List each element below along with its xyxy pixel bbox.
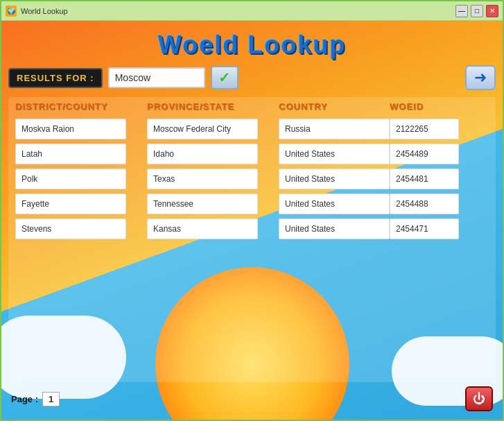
header-country: COUNTRY bbox=[279, 101, 390, 112]
country-field-1[interactable] bbox=[279, 144, 390, 164]
maximize-button[interactable]: □ bbox=[471, 5, 483, 17]
footer: Page : 1 ⏻ bbox=[8, 382, 496, 413]
results-label: RESULTS FOR : bbox=[8, 68, 103, 88]
title-bar-left: 🌍 World Lookup bbox=[6, 6, 68, 17]
woeid-value-2: 2454481 bbox=[390, 169, 459, 189]
results-table: DISTRICT/COUNTY PROVINCE/STATE COUNTRY W… bbox=[8, 97, 496, 382]
district-field-1[interactable] bbox=[15, 144, 126, 164]
header-woeid: WOEID bbox=[390, 101, 473, 112]
district-field-3[interactable] bbox=[15, 194, 126, 214]
district-field-0[interactable] bbox=[15, 119, 126, 139]
province-field-4[interactable] bbox=[147, 218, 258, 239]
province-field-0[interactable] bbox=[147, 119, 258, 139]
district-field-4[interactable] bbox=[15, 218, 126, 239]
next-button[interactable]: ➜ bbox=[465, 65, 496, 90]
arrow-right-icon: ➜ bbox=[474, 69, 487, 87]
power-icon: ⏻ bbox=[473, 392, 485, 406]
province-field-2[interactable] bbox=[147, 169, 258, 189]
main-content: Woeld Lookup RESULTS FOR : ✓ ➜ DISTRICT/… bbox=[1, 21, 503, 420]
page-number: 1 bbox=[42, 392, 60, 406]
title-bar: 🌍 World Lookup — □ ✕ bbox=[1, 1, 503, 21]
header-province: PROVINCE/STATE bbox=[147, 101, 279, 112]
page-label: Page : bbox=[11, 394, 38, 404]
country-field-4[interactable] bbox=[279, 218, 390, 239]
close-button[interactable]: ✕ bbox=[486, 5, 498, 17]
table-header: DISTRICT/COUNTY PROVINCE/STATE COUNTRY W… bbox=[8, 97, 496, 116]
woeid-value-0: 2122265 bbox=[390, 119, 459, 139]
table-row: 2454488 bbox=[15, 194, 489, 214]
country-field-2[interactable] bbox=[279, 169, 390, 189]
country-field-3[interactable] bbox=[279, 194, 390, 214]
province-field-1[interactable] bbox=[147, 144, 258, 164]
window-title: World Lookup bbox=[21, 7, 68, 15]
header-district: DISTRICT/COUNTY bbox=[15, 101, 147, 112]
table-row: 2454481 bbox=[15, 169, 489, 189]
check-button[interactable]: ✓ bbox=[211, 66, 238, 89]
table-row: 2454489 bbox=[15, 144, 489, 164]
minimize-button[interactable]: — bbox=[455, 5, 468, 17]
main-window: 🌍 World Lookup — □ ✕ Woeld Lookup RESULT… bbox=[0, 0, 504, 421]
title-controls: — □ ✕ bbox=[455, 5, 498, 17]
province-field-3[interactable] bbox=[147, 194, 258, 214]
country-field-0[interactable] bbox=[279, 119, 390, 139]
district-field-2[interactable] bbox=[15, 169, 126, 189]
content-area: Woeld Lookup RESULTS FOR : ✓ ➜ DISTRICT/… bbox=[1, 21, 503, 420]
search-input[interactable] bbox=[108, 67, 205, 88]
woeid-value-4: 2454471 bbox=[390, 218, 459, 239]
woeid-value-1: 2454489 bbox=[390, 144, 459, 164]
table-row: 2122265 bbox=[15, 119, 489, 139]
page-info: Page : 1 bbox=[11, 392, 60, 406]
app-icon: 🌍 bbox=[6, 6, 17, 17]
check-icon: ✓ bbox=[218, 69, 230, 86]
woeid-value-3: 2454488 bbox=[390, 194, 459, 214]
power-button[interactable]: ⏻ bbox=[465, 386, 493, 411]
app-title: Woeld Lookup bbox=[8, 31, 496, 60]
table-row: 2454471 bbox=[15, 218, 489, 239]
table-body: 2122265 2454489 2454481 bbox=[8, 116, 496, 242]
search-bar: RESULTS FOR : ✓ ➜ bbox=[8, 65, 496, 90]
